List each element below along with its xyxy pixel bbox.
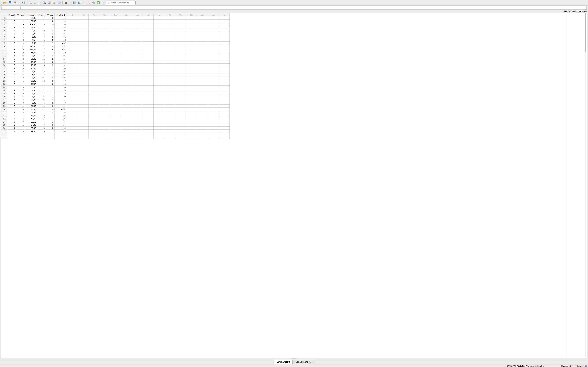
cell-empty[interactable] — [132, 60, 143, 64]
toolbar-grip[interactable] — [104, 1, 104, 5]
cell-empty[interactable] — [88, 133, 99, 136]
name-box[interactable] — [1, 6, 21, 10]
column-header-empty[interactable]: Var — [154, 13, 164, 17]
cell-rank[interactable]: 2 — [16, 54, 25, 57]
cell-empty[interactable] — [110, 51, 121, 54]
cell-empty[interactable] — [164, 79, 175, 83]
column-header-empty[interactable]: Var — [78, 13, 88, 17]
cell-empty[interactable] — [132, 105, 143, 108]
cell-empty[interactable] — [186, 70, 197, 73]
cell-size[interactable]: 1 — [46, 67, 55, 70]
cell-empty[interactable] — [208, 32, 219, 35]
cell-empty[interactable] — [121, 123, 132, 126]
cell-empty[interactable] — [197, 79, 208, 83]
cell-dept[interactable]: 2 — [7, 32, 16, 35]
toolbar-grip[interactable] — [40, 1, 41, 5]
cell-empty[interactable] — [186, 17, 197, 20]
cell-time[interactable]: 4 — [37, 83, 46, 86]
cell-empty[interactable] — [208, 123, 219, 126]
cell-empty[interactable] — [175, 111, 186, 114]
cell-empty[interactable] — [143, 70, 154, 73]
cell-time[interactable]: 7 — [37, 17, 46, 20]
cell-empty[interactable] — [99, 73, 110, 76]
cell-sale[interactable]: 9,00 — [25, 35, 37, 38]
row-number[interactable]: 8 — [1, 38, 7, 42]
open-button[interactable] — [3, 0, 7, 5]
cell-dept[interactable]: 2 — [7, 83, 16, 86]
cell-empty[interactable] — [208, 98, 219, 101]
cell-time[interactable]: 4 — [37, 32, 46, 35]
cell-empty[interactable] — [175, 57, 186, 60]
cell-zre[interactable]: -,12 — [55, 105, 67, 108]
cell-empty[interactable] — [88, 120, 99, 123]
tab-variable-view[interactable]: Variablenansicht — [293, 360, 314, 364]
cell-empty[interactable] — [186, 26, 197, 29]
cell-empty[interactable] — [164, 60, 175, 64]
cell-empty[interactable] — [121, 17, 132, 20]
cell-zre[interactable]: -,01 — [55, 54, 67, 57]
cell-size[interactable]: 3 — [46, 26, 55, 29]
row-number[interactable]: 16 — [1, 64, 7, 67]
cell-empty[interactable] — [164, 38, 175, 42]
cell-dept[interactable]: 1 — [7, 111, 16, 114]
cell-empty[interactable] — [154, 136, 164, 139]
cell-empty[interactable] — [110, 136, 121, 139]
cell-empty[interactable] — [219, 45, 230, 48]
row-number[interactable]: 24 — [1, 89, 7, 92]
cell-empty[interactable] — [143, 126, 154, 130]
cell-zre[interactable]: ,00 — [55, 95, 67, 98]
table-row[interactable]: 171911,00141,03 — [1, 67, 230, 70]
cell-empty[interactable] — [78, 130, 88, 133]
cell-empty[interactable] — [67, 92, 78, 95]
cell-zre[interactable]: -,07 — [55, 76, 67, 79]
cell-zre[interactable]: -,02 — [55, 20, 67, 23]
cell-zre[interactable]: ,03 — [55, 67, 67, 70]
cell-empty[interactable] — [99, 95, 110, 98]
data-grid[interactable]: deptranksaletimesizeZRE_1VarVarVarVarVar… — [1, 13, 566, 358]
cell-empty[interactable] — [132, 29, 143, 32]
cell-empty[interactable] — [175, 130, 186, 133]
cell-empty[interactable] — [143, 32, 154, 35]
cell-empty[interactable] — [99, 86, 110, 89]
row-number[interactable]: 25 — [1, 92, 7, 95]
cell-empty[interactable] — [67, 136, 78, 139]
cell-empty[interactable] — [132, 114, 143, 117]
column-header-empty[interactable]: Var — [208, 13, 219, 17]
cell-empty[interactable] — [197, 101, 208, 105]
cell-empty[interactable] — [143, 67, 154, 70]
cell-size[interactable]: 1 — [46, 32, 55, 35]
cell-time[interactable]: 19 — [37, 29, 46, 32]
cell-dept[interactable]: 2 — [7, 92, 16, 95]
cell-empty[interactable] — [186, 54, 197, 57]
cell-empty[interactable] — [121, 38, 132, 42]
cell-sale[interactable]: 9,50 — [25, 95, 37, 98]
cell-empty[interactable] — [186, 29, 197, 32]
row-number[interactable]: 18 — [1, 70, 7, 73]
cell-rank[interactable]: 5 — [16, 108, 25, 111]
cell-empty[interactable] — [55, 136, 67, 139]
cell-empty[interactable] — [121, 32, 132, 35]
cell-empty[interactable] — [164, 73, 175, 76]
cell-empty[interactable] — [143, 35, 154, 38]
cell-empty[interactable] — [164, 48, 175, 51]
cell-empty[interactable] — [219, 126, 230, 130]
column-header-dept[interactable]: dept — [7, 13, 16, 17]
cell-empty[interactable] — [154, 70, 164, 73]
cell-rank[interactable]: 2 — [16, 20, 25, 23]
cell-empty[interactable] — [154, 114, 164, 117]
cell-empty[interactable] — [164, 86, 175, 89]
cell-empty[interactable] — [186, 95, 197, 98]
cell-empty[interactable] — [78, 29, 88, 32]
cell-empty[interactable] — [67, 95, 78, 98]
cell-empty[interactable] — [121, 73, 132, 76]
cell-empty[interactable] — [99, 123, 110, 126]
cell-rank[interactable]: 1 — [16, 17, 25, 20]
cell-empty[interactable] — [197, 26, 208, 29]
cell-empty[interactable] — [208, 70, 219, 73]
cell-empty[interactable] — [88, 117, 99, 120]
cell-sale[interactable]: 88,00 — [25, 79, 37, 83]
cell-dept[interactable]: 4 — [7, 114, 16, 117]
split-file-button[interactable]: A1 — [86, 0, 91, 5]
cell-empty[interactable] — [88, 79, 99, 83]
cell-empty[interactable] — [110, 105, 121, 108]
